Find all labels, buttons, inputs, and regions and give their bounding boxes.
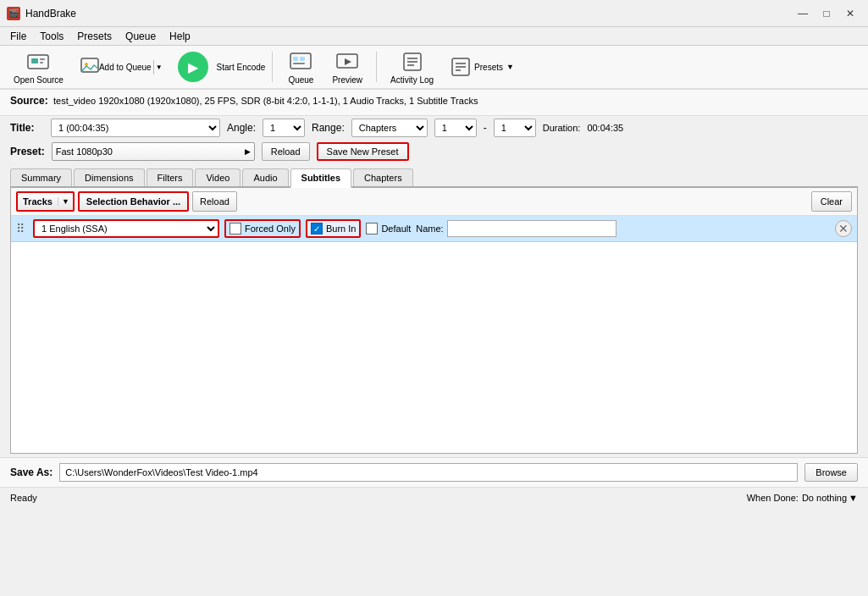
- start-encode-button[interactable]: ▶: [178, 52, 208, 82]
- save-new-preset-button[interactable]: Save New Preset: [317, 142, 409, 161]
- menu-tools[interactable]: Tools: [33, 29, 70, 44]
- default-checkbox[interactable]: [366, 223, 378, 235]
- default-group: Default: [366, 223, 411, 235]
- track-select[interactable]: 1 English (SSA): [33, 219, 219, 238]
- add-to-queue-icon: [80, 58, 99, 76]
- queue-button[interactable]: Queue: [279, 47, 322, 88]
- clear-button[interactable]: Clear: [811, 191, 852, 212]
- tab-filters[interactable]: Filters: [147, 168, 194, 186]
- presets-arrow: ▼: [506, 63, 514, 71]
- open-source-label: Open Source: [14, 75, 64, 85]
- start-encode-label: Start Encode: [217, 63, 266, 72]
- when-done-value: Do nothing: [802, 493, 847, 503]
- tab-summary[interactable]: Summary: [10, 168, 72, 186]
- presets-label: Presets: [474, 63, 503, 72]
- preset-row: Preset: Fast 1080p30 ▶ Reload Save New P…: [0, 140, 868, 163]
- browse-button[interactable]: Browse: [804, 463, 858, 482]
- preset-label: Preset:: [10, 146, 45, 157]
- menu-help[interactable]: Help: [163, 29, 197, 44]
- source-value: test_video 1920x1080 (1920x1080), 25 FPS…: [53, 96, 478, 106]
- reload-button[interactable]: Reload: [262, 142, 310, 161]
- toolbar: Open Source Add to Queue ▼ ▶ Start Encod…: [0, 46, 868, 90]
- open-source-button[interactable]: Open Source: [7, 47, 70, 88]
- tracks-button-arrow[interactable]: ▼: [58, 197, 73, 206]
- title-row: Title: 1 (00:04:35) Angle: 1 Range: Chap…: [0, 116, 868, 140]
- preview-button[interactable]: Preview: [325, 47, 369, 88]
- when-done-arrow: ▼: [849, 493, 858, 503]
- duration-label: Duration:: [543, 123, 581, 133]
- forced-only-group: Forced Only: [224, 219, 301, 238]
- default-label: Default: [381, 224, 411, 234]
- preset-arrow-icon: ▶: [241, 147, 251, 156]
- close-button[interactable]: ✕: [839, 4, 861, 23]
- burn-in-label: Burn In: [326, 224, 356, 234]
- chapter-end-select[interactable]: 1: [494, 119, 536, 137]
- source-area: Source: test_video 1920x1080 (1920x1080)…: [0, 90, 868, 116]
- table-row: ⠿ 1 English (SSA) Forced Only Burn In De…: [11, 216, 857, 242]
- tab-chapters[interactable]: Chapters: [353, 168, 413, 186]
- content-area: Tracks ▼ Selection Behavior ... Reload C…: [10, 188, 858, 454]
- burn-in-checkbox[interactable]: [311, 223, 323, 235]
- tab-dimensions[interactable]: Dimensions: [74, 168, 144, 186]
- title-bar: 🎬 HandBrake — □ ✕: [0, 0, 868, 27]
- status-text: Ready: [10, 493, 37, 503]
- chapter-start-select[interactable]: 1: [434, 119, 477, 137]
- activity-log-button[interactable]: Activity Log: [384, 47, 440, 88]
- svg-rect-7: [293, 57, 298, 61]
- add-to-queue-button[interactable]: Add to Queue ▼: [74, 54, 171, 80]
- preset-selector[interactable]: Fast 1080p30 ▶: [52, 142, 255, 161]
- menu-file[interactable]: File: [3, 29, 33, 44]
- save-path-input[interactable]: [59, 463, 798, 482]
- add-to-queue-arrow[interactable]: ▼: [153, 60, 164, 74]
- name-input[interactable]: [447, 220, 616, 237]
- preview-icon: [335, 50, 359, 74]
- svg-marker-11: [345, 58, 351, 65]
- tab-subtitles[interactable]: Subtitles: [290, 168, 351, 188]
- queue-icon: [289, 50, 312, 74]
- menu-presets[interactable]: Presets: [70, 29, 119, 44]
- track-list: ⠿ 1 English (SSA) Forced Only Burn In De…: [11, 216, 857, 453]
- chapter-dash: -: [484, 122, 487, 134]
- app-icon: 🎬: [7, 7, 20, 20]
- when-done-select[interactable]: Do nothing ▼: [802, 493, 858, 503]
- tab-video[interactable]: Video: [195, 168, 240, 186]
- svg-rect-2: [40, 58, 45, 60]
- activity-log-icon: [401, 50, 424, 74]
- toolbar-separator-1: [272, 52, 273, 82]
- range-select[interactable]: Chapters: [351, 119, 428, 137]
- drag-handle-icon[interactable]: ⠿: [16, 222, 25, 235]
- range-label: Range:: [312, 122, 345, 134]
- selection-behavior-button[interactable]: Selection Behavior ...: [78, 191, 189, 212]
- maximize-button[interactable]: □: [815, 4, 838, 23]
- window-controls: — □ ✕: [792, 4, 861, 23]
- angle-select[interactable]: 1: [263, 119, 305, 137]
- when-done-group: When Done: Do nothing ▼: [747, 493, 858, 503]
- tracks-button-label: Tracks: [18, 196, 58, 207]
- tabs: Summary Dimensions Filters Video Audio S…: [10, 168, 858, 188]
- remove-track-button[interactable]: ✕: [835, 220, 852, 237]
- tabs-container: Summary Dimensions Filters Video Audio S…: [0, 163, 868, 188]
- preview-label: Preview: [332, 75, 362, 85]
- angle-label: Angle:: [227, 122, 256, 134]
- burn-in-group: Burn In: [306, 219, 361, 238]
- svg-rect-1: [31, 58, 38, 63]
- forced-only-label: Forced Only: [245, 224, 296, 234]
- tracks-button[interactable]: Tracks ▼: [16, 191, 75, 212]
- title-select[interactable]: 1 (00:04:35): [51, 119, 220, 137]
- source-label: Source:: [10, 95, 48, 107]
- presets-icon: [451, 57, 471, 77]
- subtitles-reload-button[interactable]: Reload: [192, 191, 237, 212]
- open-source-icon: [26, 50, 50, 74]
- preset-value: Fast 1080p30: [56, 146, 241, 157]
- save-as-label: Save As:: [10, 466, 53, 478]
- status-bar: Ready When Done: Do nothing ▼: [0, 487, 868, 507]
- presets-button[interactable]: Presets ▼: [444, 53, 521, 80]
- subtitles-toolbar: Tracks ▼ Selection Behavior ... Reload C…: [11, 188, 857, 216]
- tab-audio[interactable]: Audio: [242, 168, 288, 186]
- minimize-button[interactable]: —: [792, 4, 814, 23]
- forced-only-checkbox[interactable]: [229, 223, 241, 235]
- title-label: Title:: [10, 122, 44, 134]
- svg-rect-8: [300, 57, 305, 61]
- menu-queue[interactable]: Queue: [119, 29, 163, 44]
- activity-log-label: Activity Log: [390, 75, 434, 85]
